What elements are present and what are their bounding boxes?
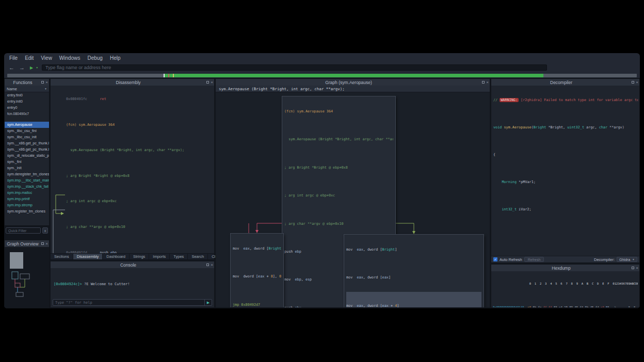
hex-row[interactable]: 0x00000000080491f0 e8 6b fe ff ff 83 c4 … [493, 296, 638, 307]
close-icon[interactable]: × [211, 263, 213, 267]
close-icon[interactable]: × [636, 266, 638, 270]
function-list-item[interactable]: sym.__x86.get_pc_thunk.bp [5, 140, 49, 146]
code-line[interactable]: ; arg int argc @ ebp+0xc [284, 182, 393, 209]
omnibar-input[interactable] [42, 64, 547, 71]
code-line[interactable]: ; arg char **argv @ ebp+0x10 [284, 210, 393, 238]
code-line[interactable]: { [493, 141, 638, 169]
clear-filter-button[interactable]: x [42, 227, 48, 234]
back-button[interactable]: ← [8, 64, 15, 71]
function-list-item[interactable]: sym.imp.__stack_chk_fail [5, 184, 49, 190]
forward-button[interactable]: → [19, 64, 25, 71]
function-list-item[interactable]: entry.init0 [5, 98, 49, 105]
functions-panel-header[interactable]: Functions × [5, 79, 49, 86]
code-line[interactable]: (fcn) sym.Aeropause 364 [66, 112, 213, 138]
code-line[interactable]: mov dword [eax + 8], 0 [233, 262, 281, 290]
function-list-item[interactable]: sym.imp.__libc_start_main [5, 177, 49, 184]
code-line[interactable]: Morning *pMVar1; [493, 169, 638, 196]
code-line[interactable]: ; arg char **argv @ ebp+0x10 [66, 215, 213, 240]
function-list-item[interactable]: sym._dl_relocate_static_pie [5, 153, 49, 159]
run-icon[interactable]: ▶ [30, 65, 33, 70]
close-icon[interactable]: × [486, 80, 489, 85]
menu-debug[interactable]: Debug [87, 55, 102, 61]
function-list-item[interactable]: sym.imp.malloc [5, 190, 49, 196]
decompiler-panel-header[interactable]: Decompiler × [491, 79, 639, 86]
graph-node[interactable]: mov eax, dword [Bright]mov dword [eax + … [230, 233, 284, 307]
console-panel-header[interactable]: Console × [51, 261, 214, 268]
function-list-item[interactable]: entry.fini0 [5, 92, 49, 98]
code-line[interactable]: void sym.Aeropause(Bright *Bright, uint3… [493, 114, 638, 141]
code-line[interactable]: ; arg Bright *Bright @ ebp+0x8 [66, 163, 213, 189]
code-line[interactable]: mov eax, dword [Bright] [346, 236, 481, 264]
code-line[interactable]: ; arg int argc @ ebp+0xc [66, 189, 213, 215]
auto-refresh-checkbox[interactable]: ✓ [493, 257, 497, 261]
function-list-item[interactable]: sym.Aeropause [5, 122, 49, 128]
decompiler-code[interactable]: // WARNING: [r2ghidra] Failed to match t… [491, 86, 639, 256]
function-list-item[interactable]: sym._libc_csu_init [5, 134, 49, 140]
decompiler-engine-dropdown[interactable]: Ghidra ▼ [617, 257, 637, 262]
code-line[interactable]: (fcn) sym.Aeropause 364 [284, 97, 393, 125]
execute-icon[interactable]: ▶ [204, 300, 212, 305]
code-line[interactable]: ; arg Bright *Bright @ ebp+0x8 [284, 154, 393, 182]
graph-node[interactable]: mov eax, dword [Bright]mov eax, dword [e… [344, 234, 484, 307]
function-list-item[interactable]: sym._fini [5, 159, 49, 165]
tab-search[interactable]: Search [188, 254, 208, 259]
code-line[interactable]: int32_t iVar2; [493, 196, 638, 223]
function-list-item[interactable]: sym.deregister_tm_clones [5, 171, 49, 177]
undock-icon[interactable] [632, 81, 634, 84]
code-line[interactable]: sym.Aeropause (Bright *Bright, int argc,… [66, 138, 213, 163]
function-list-item[interactable]: sym.imp.strcmp [5, 202, 49, 208]
tab-sections[interactable]: Sections [51, 254, 73, 259]
graph-overview-header[interactable]: Graph Overview × [5, 240, 49, 247]
graph-panel-header[interactable]: Graph (sym.Aeropause) × [216, 79, 490, 86]
code-line[interactable]: sym.Aeropause (Bright *Bright, int argc,… [284, 125, 393, 153]
hexdump-panel-header[interactable]: Hexdump × [491, 265, 639, 271]
run-caret-icon[interactable]: ▼ [36, 66, 38, 69]
code-line[interactable]: mov eax, dword [Bright] [233, 235, 281, 262]
function-list-item[interactable]: sym._libc_csu_fini [5, 128, 49, 134]
quick-filter-input[interactable] [6, 227, 41, 234]
undock-icon[interactable] [632, 267, 634, 269]
undock-icon[interactable] [482, 81, 485, 84]
function-list-item[interactable]: entry0 [5, 105, 49, 111]
close-icon[interactable]: × [636, 80, 638, 85]
tab-imports[interactable]: Imports [149, 254, 170, 259]
graph-canvas[interactable]: (fcn) sym.Aeropause 364 sym.Aeropause (B… [216, 92, 490, 307]
console-input[interactable] [53, 301, 204, 305]
menu-file[interactable]: File [9, 55, 18, 61]
undock-icon[interactable] [206, 81, 209, 84]
function-list-item[interactable]: sym.imp.printf [5, 196, 49, 202]
tab-strings[interactable]: Strings [130, 254, 149, 259]
code-line[interactable]: pMVar1 = (Morning *)sym.imp.malloc(8); [493, 251, 638, 256]
code-line[interactable] [493, 223, 638, 251]
menu-windows[interactable]: Windows [59, 55, 81, 61]
code-line[interactable]: 0x080491fd push ebp [66, 240, 213, 253]
functions-sort-header[interactable]: Name ▼ [5, 86, 49, 92]
menu-view[interactable]: View [41, 55, 52, 61]
graph-overview-minimap[interactable] [5, 247, 49, 308]
function-list-item[interactable]: sym.register_tm_clones [5, 208, 49, 215]
code-line[interactable]: mov eax, dword [eax] [346, 264, 481, 291]
code-line[interactable]: mov eax, dword [eax + 4] [346, 292, 481, 307]
hexdump-body[interactable]: 0 1 2 3 4 5 6 7 8 9 A B C D E F 01234567… [491, 271, 639, 307]
code-line[interactable]: [0x0804924c]> ?E Welcome to Cutter! [54, 270, 211, 298]
seek-bar[interactable] [7, 74, 637, 77]
undock-icon[interactable] [41, 81, 44, 84]
close-icon[interactable]: × [45, 80, 48, 85]
menu-edit[interactable]: Edit [25, 55, 34, 61]
refresh-button[interactable]: Refresh [524, 257, 544, 262]
menu-help[interactable]: Help [110, 55, 121, 61]
code-line[interactable]: 0x080491fc ret [66, 87, 213, 112]
disassembly-panel-header[interactable]: Disassembly × [51, 79, 214, 86]
function-list-item[interactable]: fcn.080490c7 [5, 111, 49, 117]
tab-disassembly[interactable]: Disassembly [73, 254, 103, 259]
disassembly-listing[interactable]: 0x080491fc ret(fcn) sym.Aeropause 364 sy… [51, 86, 214, 253]
function-list-item[interactable]: sym.__x86.get_pc_thunk.bx [5, 146, 49, 153]
function-list-item[interactable]: sym._init [5, 165, 49, 171]
tab-dashboard[interactable]: Dashboard [103, 254, 130, 259]
close-icon[interactable]: × [211, 80, 213, 85]
undock-icon[interactable] [41, 242, 44, 245]
undock-icon[interactable] [206, 264, 209, 266]
code-line[interactable]: jmp 0x80492d7 [233, 291, 281, 307]
close-icon[interactable]: × [45, 242, 48, 246]
code-line[interactable]: // WARNING: [r2ghidra] Failed to match t… [493, 87, 638, 114]
